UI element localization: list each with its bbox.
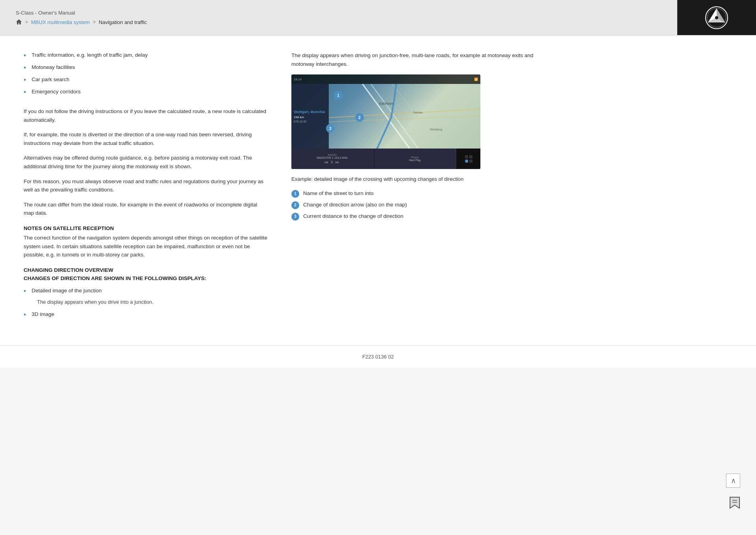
bullet-text: Motorway facilities xyxy=(32,63,75,71)
direction-section: CHANGING DIRECTION OVERVIEW CHANGES OF D… xyxy=(24,267,268,321)
svg-text:Passau: Passau xyxy=(413,111,423,114)
paragraph-1: If you do not follow the driving instruc… xyxy=(24,107,268,124)
bullet-list: • Traffic information, e.g. length of tr… xyxy=(24,51,268,98)
chevron-up-icon: ∧ xyxy=(731,476,736,485)
bullet-icon: • xyxy=(24,286,26,297)
nav-destination: Stuttgart, Munchia xyxy=(294,110,325,114)
main-content: • Traffic information, e.g. length of tr… xyxy=(0,35,756,346)
nav-radio-panel: RADIO RADIOTON 1 103.3 MHz ⏮ ⏸ ⏭ xyxy=(291,149,373,169)
nav-distance: 248 km xyxy=(294,115,304,119)
svg-point-2 xyxy=(715,16,718,19)
nav-signal: 📶 xyxy=(474,78,478,81)
paragraph-5: The route can differ from the ideal rout… xyxy=(24,201,268,217)
left-column: • Traffic information, e.g. length of tr… xyxy=(24,51,268,330)
image-caption: Example: detailed image of the crossing … xyxy=(291,175,536,183)
right-column: The display appears when driving on junc… xyxy=(291,51,536,330)
svg-text:Kehlheim: Kehlheim xyxy=(379,102,393,106)
nav-bottom-bar: RADIO RADIOTON 1 103.3 MHz ⏮ ⏸ ⏭ Phone xyxy=(291,149,480,169)
direction-item-label-2: 3D image xyxy=(32,310,54,318)
number-badge-2: 2 xyxy=(291,201,299,209)
breadcrumb-separator-1: > xyxy=(25,19,28,25)
list-item: • Car park search xyxy=(24,76,268,85)
satellite-section: NOTES ON SATELLITE RECEPTION The correct… xyxy=(24,225,268,259)
mercedes-logo xyxy=(677,0,756,35)
breadcrumb: > MBUX multimedia system > Navigation an… xyxy=(16,19,662,25)
breadcrumb-item-1[interactable]: MBUX multimedia system xyxy=(31,19,90,25)
nav-top-bar: 18:14 📶 xyxy=(291,74,480,84)
direction-heading: CHANGING DIRECTION OVERVIEW xyxy=(24,267,268,273)
svg-line-7 xyxy=(392,84,447,153)
nav-phone-panel: Phone Navi Play xyxy=(374,149,456,169)
direction-item-2: • 3D image xyxy=(24,310,268,320)
bullet-text: Emergency corridors xyxy=(32,88,81,96)
nav-controls xyxy=(457,149,480,169)
bullet-icon: • xyxy=(24,310,26,320)
header-content: S-Class - Owner's Manual > MBUX multimed… xyxy=(0,0,677,35)
doc-number: F223 0136 02 xyxy=(362,354,394,360)
bookmark-icon[interactable] xyxy=(729,496,740,511)
breadcrumb-current: Navigation and traffic xyxy=(99,19,147,25)
number-badge-3: 3 xyxy=(291,213,299,221)
svg-text:Nürnberg: Nürnberg xyxy=(430,128,442,131)
nav-map-svg: Kehlheim Passau Nürnberg xyxy=(329,84,480,153)
paragraph-3: Alternatives may be offered during route… xyxy=(24,154,268,171)
nav-screen-map: 18:14 📶 Stuttgart, Munchia 248 km ETA 20… xyxy=(291,74,480,169)
paragraph-4: For this reason, you must always observe… xyxy=(24,177,268,194)
satellite-heading: NOTES ON SATELLITE RECEPTION xyxy=(24,225,268,231)
list-item: • Motorway facilities xyxy=(24,63,268,73)
bullet-icon: • xyxy=(24,63,26,73)
bullet-text: Car park search xyxy=(32,76,69,84)
nav-time: 18:14 xyxy=(294,78,302,81)
numbered-item-text-1: Name of the street to turn into xyxy=(303,189,374,197)
direction-item-1: • Detailed image of the junction The dis… xyxy=(24,287,268,306)
home-icon[interactable] xyxy=(16,19,22,25)
numbered-item-1: 1 Name of the street to turn into xyxy=(291,189,536,198)
number-badge-1: 1 xyxy=(291,190,299,198)
numbered-item-text-3: Current distance to the change of direct… xyxy=(303,212,403,220)
page-header: S-Class - Owner's Manual > MBUX multimed… xyxy=(0,0,756,35)
numbered-item-3: 3 Current distance to the change of dire… xyxy=(291,212,536,221)
bullet-icon: • xyxy=(24,50,26,61)
direction-item-label-1: Detailed image of the junction xyxy=(32,287,102,295)
satellite-text: The correct function of the navigation s… xyxy=(24,234,268,259)
page-footer: F223 0136 02 xyxy=(0,346,756,368)
direction-item-sub-1: The display appears when you drive into … xyxy=(37,298,154,306)
bullet-text: Traffic information, e.g. length of traf… xyxy=(32,51,148,59)
list-item: • Traffic information, e.g. length of tr… xyxy=(24,51,268,61)
manual-title: S-Class - Owner's Manual xyxy=(16,10,662,16)
paragraph-2: If, for example, the route is diverted o… xyxy=(24,130,268,147)
numbered-item-text-2: Change of direction arrow (also on the m… xyxy=(303,201,407,209)
bullet-icon: • xyxy=(24,87,26,98)
numbered-item-2: 2 Change of direction arrow (also on the… xyxy=(291,201,536,209)
scroll-up-button[interactable]: ∧ xyxy=(726,474,740,488)
list-item: • Emergency corridors xyxy=(24,88,268,98)
direction-subheading: CHANGES OF DIRECTION ARE SHOWN IN THE FO… xyxy=(24,275,268,281)
right-intro-text: The display appears when driving on junc… xyxy=(291,51,536,68)
direction-list: • Detailed image of the junction The dis… xyxy=(24,287,268,321)
nav-route-panel: Stuttgart, Munchia 248 km ETA 20:30 xyxy=(291,84,329,149)
breadcrumb-separator-2: > xyxy=(93,19,96,25)
nav-screenshot: 18:14 📶 Stuttgart, Munchia 248 km ETA 20… xyxy=(291,74,480,169)
nav-eta: ETA 20:30 xyxy=(294,120,306,123)
bullet-icon: • xyxy=(24,75,26,85)
